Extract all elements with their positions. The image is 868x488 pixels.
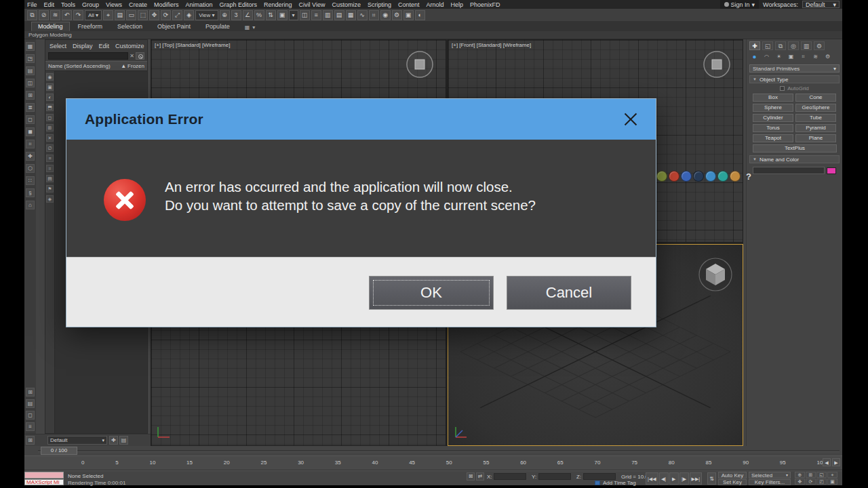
dock-icon[interactable]: ◫: [26, 79, 35, 87]
object-type-button[interactable]: Tube: [795, 114, 836, 122]
menu-item[interactable]: Civil View: [299, 1, 326, 8]
unlink-selection-icon[interactable]: ⊘: [39, 10, 49, 20]
modify-tab-icon[interactable]: ◱: [762, 41, 773, 50]
go-to-start-button[interactable]: |◀◀: [646, 472, 658, 485]
clear-search-icon[interactable]: ✕: [130, 53, 134, 59]
toggle-layer-explorer-icon[interactable]: ▤: [334, 10, 344, 20]
dock-icon[interactable]: ⌗: [26, 140, 35, 148]
explorer-menu-item[interactable]: Edit: [99, 43, 110, 49]
next-frame-button[interactable]: |▶: [679, 472, 689, 485]
menu-item[interactable]: Arnold: [426, 1, 443, 8]
dock-icon[interactable]: ⊞: [26, 91, 35, 100]
key-step-spinner[interactable]: ⇅: [707, 472, 716, 485]
object-color-swatch[interactable]: [827, 167, 836, 174]
dock-icon[interactable]: ✚: [26, 152, 35, 161]
object-type-rollout[interactable]: ▼ Object Type: [749, 75, 840, 83]
previous-key-icon[interactable]: ◀: [823, 458, 831, 466]
viewcube-gizmo[interactable]: [702, 49, 732, 82]
render-toolbar-icon[interactable]: [669, 171, 679, 182]
render-toolbar-icon[interactable]: [693, 171, 704, 182]
dialog-title-bar[interactable]: Application Error: [66, 99, 656, 140]
cameras-category-icon[interactable]: ▣: [786, 53, 796, 62]
workspaces-dropdown[interactable]: Default ▾: [802, 1, 840, 8]
viewport-front-label[interactable]: [+] [Front] [Standard] [Wireframe]: [452, 42, 531, 48]
ribbon-collapse-icon[interactable]: ▾: [252, 24, 255, 30]
select-by-name-icon[interactable]: ▤: [115, 10, 125, 20]
previous-frame-button[interactable]: ◀|: [659, 472, 669, 485]
render-toolbar-icon[interactable]: [681, 171, 692, 182]
render-toolbar-icon[interactable]: [705, 171, 716, 182]
selection-filter-dropdown[interactable]: All ▾: [85, 10, 102, 20]
key-set-dropdown[interactable]: Selected ▾: [749, 472, 791, 479]
select-and-move-icon[interactable]: ✥: [149, 10, 159, 20]
explorer-filter-icon[interactable]: ◉: [46, 73, 54, 81]
maxscript-listener-line[interactable]: MAXScript Mi: [24, 479, 64, 485]
zoom-extents-icon[interactable]: ◱: [816, 472, 827, 478]
search-input[interactable]: [48, 52, 128, 60]
object-type-button-textplus[interactable]: TextPlus: [753, 144, 837, 152]
dock-icon[interactable]: ◻: [26, 411, 35, 420]
menu-item[interactable]: Create: [129, 1, 147, 8]
object-type-button[interactable]: GeoSphere: [795, 104, 836, 112]
reference-coordinate-dropdown[interactable]: View ▾: [195, 10, 218, 20]
object-type-button[interactable]: Box: [753, 94, 793, 102]
window-crossing-icon[interactable]: ⬚: [138, 10, 148, 20]
lights-category-icon[interactable]: ☀: [774, 53, 784, 62]
dock-icon[interactable]: ⌂: [26, 201, 35, 209]
object-type-button[interactable]: Sphere: [753, 104, 793, 112]
key-filters-button[interactable]: Key Filters...: [749, 479, 791, 485]
search-icon[interactable]: [136, 52, 144, 60]
set-key-button[interactable]: Set Key: [718, 479, 747, 485]
dock-icon[interactable]: ▤: [26, 66, 35, 75]
dock-icon[interactable]: ∷: [26, 176, 35, 185]
dock-icon[interactable]: ≡: [26, 422, 35, 431]
ribbon-config-icon[interactable]: ▦: [245, 24, 250, 30]
shapes-category-icon[interactable]: ◠: [762, 53, 772, 62]
explorer-filter-icon[interactable]: ⌗: [46, 165, 54, 172]
menu-item[interactable]: Content: [398, 1, 420, 8]
menu-item[interactable]: Group: [82, 1, 99, 8]
dock-icon[interactable]: ◳: [26, 54, 35, 63]
active-layer-dropdown[interactable]: Default ▾: [47, 436, 107, 445]
object-name-field[interactable]: [753, 167, 825, 174]
object-type-button[interactable]: Cylinder: [753, 114, 793, 122]
auto-key-button[interactable]: Auto Key: [718, 472, 747, 479]
display-tab-icon[interactable]: ▥: [801, 41, 812, 50]
motion-tab-icon[interactable]: ◎: [788, 41, 799, 50]
menu-item[interactable]: Edit: [44, 1, 55, 8]
ribbon-tab[interactable]: Populate: [199, 22, 237, 31]
menu-item[interactable]: Customize: [332, 1, 361, 8]
render-production-icon[interactable]: ◐: [415, 10, 425, 20]
select-and-link-icon[interactable]: ⧉: [27, 10, 37, 20]
ribbon-tab[interactable]: Selection: [111, 22, 149, 31]
render-setup-icon[interactable]: ⚙: [392, 10, 402, 20]
selection-lock-icon[interactable]: ⊠: [467, 472, 475, 481]
named-selection-sets-dropdown[interactable]: ▾: [289, 10, 298, 20]
ribbon-tab[interactable]: Freeform: [71, 22, 110, 31]
explorer-menu-item[interactable]: Customize: [115, 43, 144, 49]
material-editor-icon[interactable]: ◉: [380, 10, 391, 20]
next-key-icon[interactable]: ▶: [832, 458, 840, 466]
explorer-filter-icon[interactable]: ∅: [46, 144, 54, 152]
layer-list-icon[interactable]: ▤: [119, 436, 128, 445]
sign-in-button[interactable]: Sign In ▾: [720, 0, 760, 9]
explorer-filter-icon[interactable]: ▣: [46, 83, 54, 91]
orbit-icon[interactable]: ⟳: [806, 479, 816, 485]
spacewarps-category-icon[interactable]: ≋: [810, 53, 821, 62]
ribbon-tab[interactable]: Object Paint: [151, 22, 197, 31]
dock-icon[interactable]: §: [26, 188, 35, 197]
spinner-snap-icon[interactable]: ⇅: [266, 10, 276, 20]
menu-item[interactable]: PhoenixFD: [470, 1, 500, 8]
menu-item[interactable]: Tools: [61, 1, 75, 8]
maximize-viewport-icon[interactable]: ▣: [827, 479, 837, 485]
name-column-header[interactable]: Name (Sorted Ascending): [48, 63, 111, 69]
snap-toggle-3d-icon[interactable]: 3: [231, 10, 241, 20]
z-coordinate-field[interactable]: [583, 473, 616, 480]
dock-icon[interactable]: ▤: [26, 399, 35, 408]
ribbon-panel-label[interactable]: Polygon Modeling: [24, 31, 842, 39]
select-and-scale-icon[interactable]: ⤢: [172, 10, 182, 20]
dock-icon[interactable]: ▦: [26, 42, 35, 51]
dock-icon[interactable]: ⬡: [26, 164, 35, 173]
hierarchy-tab-icon[interactable]: ⧉: [775, 41, 786, 50]
track-bar[interactable]: 0510152025303540455055606570758085909510…: [24, 455, 842, 470]
